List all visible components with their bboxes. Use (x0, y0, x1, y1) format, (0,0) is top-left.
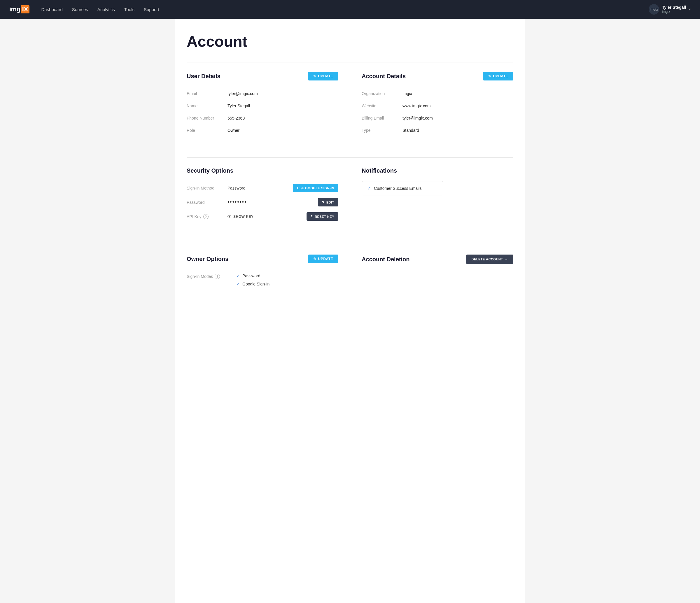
owner-options-header: Owner Options ✎ UPDATE (187, 255, 338, 263)
modes-label: Sign-In Modes ? (187, 273, 236, 279)
notifications-section: Notifications ✓ Customer Success Emails (362, 167, 513, 231)
avatar-initials: imgix (649, 4, 659, 15)
account-update-label: UPDATE (493, 74, 508, 78)
pencil-icon: ✎ (313, 74, 317, 78)
sign-in-modes-row: Sign-In Modes ? ✓ Password ✓ Google Sign… (187, 270, 338, 290)
field-value-website: www.imgix.com (402, 103, 513, 108)
field-phone: Phone Number 555-2368 (187, 112, 338, 124)
reset-key-label: RESET KEY (315, 215, 334, 219)
use-google-action: USE GOOGLE SIGN-IN (293, 184, 338, 192)
field-website: Website www.imgix.com (362, 100, 513, 112)
nav-link-support[interactable]: Support (144, 7, 159, 12)
logo[interactable]: imgIX (9, 5, 29, 14)
field-value-organization: imgix (402, 91, 513, 96)
edit-label: EDIT (326, 201, 334, 204)
pencil-icon-3: ✎ (322, 200, 325, 204)
field-password: Password •••••••• ✎ EDIT (187, 195, 338, 209)
logo-text: img (9, 5, 20, 13)
security-options-section: Security Options Sign-In Method Password… (187, 167, 338, 231)
account-details-section: Account Details ✎ UPDATE Organization im… (362, 72, 513, 144)
user-menu[interactable]: imgix Tyler Stegall imgix ▾ (649, 4, 691, 15)
field-sign-in-method: Sign-In Method Password USE GOOGLE SIGN-… (187, 181, 338, 195)
owner-options-update-button[interactable]: ✎ UPDATE (308, 255, 338, 263)
api-key-help-icon[interactable]: ? (203, 214, 208, 219)
account-details-header: Account Details ✎ UPDATE (362, 72, 513, 80)
mode-password: ✓ Password (236, 273, 338, 278)
row-1: User Details ✎ UPDATE Email tyler@imgix.… (187, 72, 513, 144)
divider-1 (187, 62, 513, 62)
field-label-name: Name (187, 103, 227, 108)
modes-checks: ✓ Password ✓ Google Sign-In (236, 273, 338, 286)
field-label-email: Email (187, 91, 227, 96)
pencil-icon-4: ✎ (313, 257, 317, 261)
delete-account-label: DELETE ACCOUNT (471, 257, 503, 261)
row-2: Security Options Sign-In Method Password… (187, 167, 513, 231)
notification-customer-success[interactable]: ✓ Customer Success Emails (362, 181, 443, 195)
field-value-billing-email: tyler@imgix.com (402, 116, 513, 120)
mode-google: ✓ Google Sign-In (236, 281, 338, 286)
user-details-title: User Details (187, 73, 221, 80)
field-label-password: Password (187, 200, 227, 205)
user-info: Tyler Stegall imgix (662, 5, 686, 14)
field-value-password: •••••••• (227, 199, 318, 205)
field-value-name: Tyler Stegall (227, 103, 338, 108)
security-options-header: Security Options (187, 167, 338, 174)
field-label-role: Role (187, 128, 227, 133)
field-api-key: API Key ? 👁 SHOW KEY ↻ RESET KEY (187, 209, 338, 224)
page-title: Account (187, 33, 513, 50)
nav-link-dashboard[interactable]: Dashboard (41, 7, 62, 12)
field-value-role: Owner (227, 128, 338, 133)
nav-links: Dashboard Sources Analytics Tools Suppor… (41, 7, 648, 12)
check-password-icon: ✓ (236, 273, 240, 278)
field-label-billing-email: Billing Email (362, 116, 402, 120)
edit-password-button[interactable]: ✎ EDIT (318, 198, 338, 206)
nav-link-sources[interactable]: Sources (72, 7, 88, 12)
user-details-section: User Details ✎ UPDATE Email tyler@imgix.… (187, 72, 338, 144)
field-label-type: Type (362, 128, 402, 133)
use-google-sign-in-button[interactable]: USE GOOGLE SIGN-IN (293, 184, 338, 192)
nav-link-analytics[interactable]: Analytics (97, 7, 115, 12)
divider-3 (187, 245, 513, 245)
chevron-down-icon: ▾ (689, 7, 691, 11)
reset-key-button[interactable]: ↻ RESET KEY (306, 212, 338, 221)
eye-icon: 👁 (227, 214, 231, 219)
account-details-title: Account Details (362, 73, 406, 80)
field-value-type: Standard (402, 128, 513, 133)
refresh-icon: ↻ (310, 215, 314, 219)
delete-account-button[interactable]: DELETE ACCOUNT → (466, 255, 513, 264)
nav-username: Tyler Stegall (662, 5, 686, 9)
field-label-website: Website (362, 103, 402, 108)
page-content: Account User Details ✎ UPDATE Email tyle… (175, 19, 525, 603)
reset-key-action: ↻ RESET KEY (306, 212, 338, 221)
avatar: imgix (649, 4, 659, 15)
field-label-sign-in: Sign-In Method (187, 186, 227, 191)
field-name: Name Tyler Stegall (187, 100, 338, 112)
nav-link-tools[interactable]: Tools (124, 7, 134, 12)
field-label-phone: Phone Number (187, 116, 227, 120)
update-label: UPDATE (318, 74, 333, 78)
divider-2 (187, 157, 513, 158)
api-key-label-text: API Key (187, 214, 202, 219)
user-details-header: User Details ✎ UPDATE (187, 72, 338, 80)
top-nav: imgIX Dashboard Sources Analytics Tools … (0, 0, 700, 19)
field-label-organization: Organization (362, 91, 402, 96)
field-value-email: tyler@imgix.com (227, 91, 338, 96)
mode-google-label: Google Sign-In (242, 282, 270, 286)
field-label-api-key: API Key ? (187, 214, 227, 219)
account-deletion-header: Account Deletion DELETE ACCOUNT → (362, 255, 513, 264)
modes-help-icon[interactable]: ? (215, 274, 220, 279)
field-billing-email: Billing Email tyler@imgix.com (362, 112, 513, 124)
check-icon: ✓ (367, 185, 371, 191)
show-key-row[interactable]: 👁 SHOW KEY (227, 214, 306, 219)
account-details-update-button[interactable]: ✎ UPDATE (483, 72, 513, 80)
modes-label-text: Sign-In Modes (187, 274, 213, 279)
field-value-phone: 555-2368 (227, 116, 338, 120)
account-deletion-title: Account Deletion (362, 256, 409, 263)
user-details-update-button[interactable]: ✎ UPDATE (308, 72, 338, 80)
arrow-icon: → (505, 257, 508, 261)
field-email: Email tyler@imgix.com (187, 87, 338, 100)
nav-org: imgix (662, 9, 686, 14)
owner-options-title: Owner Options (187, 256, 228, 262)
field-organization: Organization imgix (362, 87, 513, 100)
owner-update-label: UPDATE (318, 257, 333, 261)
